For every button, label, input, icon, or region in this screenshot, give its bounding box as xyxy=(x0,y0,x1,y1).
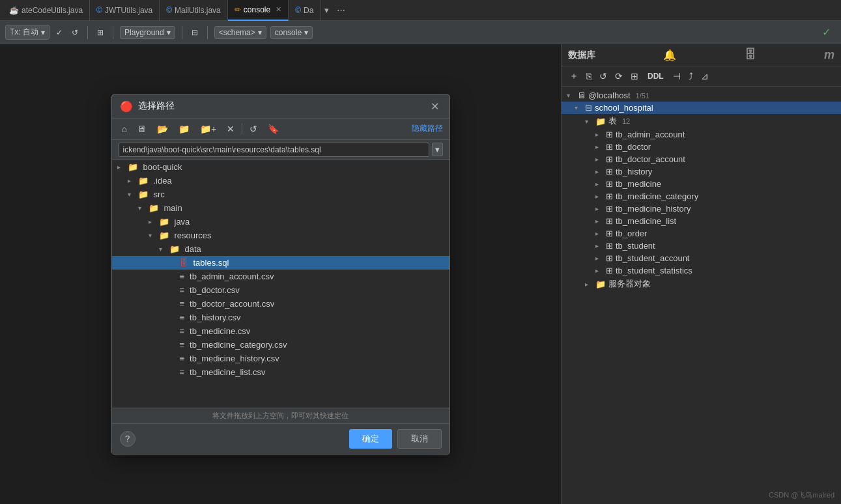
dialog-tree-item[interactable]: ≡tb_medicine_category.csv xyxy=(112,338,449,352)
tree-label: tb_medicine_list.csv xyxy=(190,367,265,377)
file-icon: ≡ xyxy=(180,285,185,295)
tree-label: tb_student_statistics xyxy=(616,266,692,275)
table-icon: ⊞ xyxy=(606,191,613,201)
computer-button[interactable]: 🖥 xyxy=(134,122,150,135)
path-dropdown-button[interactable]: ▾ xyxy=(432,143,443,156)
grid-button[interactable]: ⊞ xyxy=(94,27,106,38)
db-icon[interactable]: 🗄 xyxy=(745,48,756,62)
chevron-icon: ▾ xyxy=(149,232,156,239)
tree-label: tb_doctor xyxy=(616,142,651,152)
db-add-button[interactable]: ＋ xyxy=(567,69,581,83)
file-icon: ≡ xyxy=(180,340,185,350)
bookmark-button[interactable]: 🔖 xyxy=(264,122,282,135)
tree-item-tb-medicine[interactable]: ▸ ⊞ tb_medicine xyxy=(562,178,841,190)
folder-open-button[interactable]: 📂 xyxy=(154,122,171,135)
check-button[interactable]: ✓ xyxy=(53,27,65,38)
chevron-icon: ▸ xyxy=(595,217,603,225)
ddl-button[interactable]: DDL xyxy=(644,70,668,82)
help-button[interactable]: ? xyxy=(120,431,135,447)
delete-button[interactable]: ✕ xyxy=(223,122,238,135)
tree-item-server-objects[interactable]: ▸ 📁 服务器对象 xyxy=(562,277,841,291)
dialog-tree-item[interactable]: ▾📁src xyxy=(112,188,449,201)
db-filter-button[interactable]: ⊿ xyxy=(698,70,711,83)
dialog-tree-item[interactable]: 🗄tables.sql xyxy=(112,256,449,270)
tree-item-tb-admin-account[interactable]: ▸ ⊞ tb_admin_account xyxy=(562,128,841,141)
dialog-tree-item[interactable]: ≡tb_doctor.csv xyxy=(112,283,449,297)
tree-item-tb-medicine-history[interactable]: ▸ ⊞ tb_medicine_history xyxy=(562,203,841,215)
dialog-tree-item[interactable]: ≡tb_medicine_history.csv xyxy=(112,352,449,365)
editor-area: 🔴 选择路径 ✕ ⌂ 🖥 📂 📁 📁+ ✕ ↺ 🔖 隐藏路径 xyxy=(0,44,561,504)
dialog-tree-item[interactable]: ▾📁main xyxy=(112,201,449,215)
schema-select[interactable]: <schema> ▾ xyxy=(214,26,266,39)
toolbar-sep xyxy=(242,123,242,135)
dialog-tree-item[interactable]: ▾📁data xyxy=(112,242,449,256)
notification-icon[interactable]: 🔔 xyxy=(663,49,676,61)
db-copy-button[interactable]: ⎘ xyxy=(584,70,594,83)
dialog-tree-item[interactable]: ▸📁.idea xyxy=(112,174,449,188)
new-folder-button[interactable]: 📁+ xyxy=(197,122,220,135)
tree-item-tb-student[interactable]: ▸ ⊞ tb_student xyxy=(562,240,841,252)
home-button[interactable]: ⌂ xyxy=(119,122,130,135)
undo-button[interactable]: ↺ xyxy=(69,27,81,38)
dialog-tree-item[interactable]: ≡tb_medicine.csv xyxy=(112,324,449,338)
dialog-tree-item[interactable]: ▸📁boot-quick xyxy=(112,160,449,174)
db-panel-header: 数据库 🔔 🗄 m xyxy=(562,44,841,66)
folder-up-button[interactable]: 📁 xyxy=(175,122,193,135)
dialog-btn-group: 确定 取消 xyxy=(349,429,442,449)
tree-label-localhost: @localhost xyxy=(588,91,631,100)
dialog-tree-item[interactable]: ▸📁java xyxy=(112,215,449,229)
tree-item-tb-medicine-list[interactable]: ▸ ⊞ tb_medicine_list xyxy=(562,215,841,227)
tree-item-tb-history[interactable]: ▸ ⊞ tb_history xyxy=(562,165,841,178)
dialog-tree-item[interactable]: ≡tb_admin_account.csv xyxy=(112,270,449,283)
db-arrow-button[interactable]: ⤴ xyxy=(686,70,696,83)
hide-path-link[interactable]: 隐藏路径 xyxy=(412,123,443,134)
tree-item-school-hospital[interactable]: ▾ ⊟ school_hospital xyxy=(562,102,841,114)
dialog-titlebar: 🔴 选择路径 ✕ xyxy=(112,95,449,119)
tab-extra-button[interactable]: ⋯ xyxy=(333,5,349,15)
tree-item-tb-student-account[interactable]: ▸ ⊞ tb_student_account xyxy=(562,252,841,264)
tree-item-tb-student-statistics[interactable]: ▸ ⊞ tb_student_statistics xyxy=(562,264,841,277)
tab-console[interactable]: ✏ console ✕ xyxy=(228,0,289,21)
dialog-tree-item[interactable]: ▾📁resources xyxy=(112,229,449,242)
path-input[interactable] xyxy=(119,143,429,157)
tree-item-localhost[interactable]: ▾ 🖥 @localhost 1/51 xyxy=(562,89,841,102)
table-icon: ⊞ xyxy=(606,229,613,238)
dialog-close-button[interactable]: ✕ xyxy=(428,100,442,113)
tree-item-tables[interactable]: ▾ 📁 表 12 xyxy=(562,114,841,128)
playground-dropdown-icon: ▾ xyxy=(167,28,171,37)
tab-more-button[interactable]: ▾ xyxy=(321,5,333,15)
schema-dropdown-icon: ▾ xyxy=(258,28,262,37)
schema-label: <schema> xyxy=(219,28,255,37)
chevron-icon: ▾ xyxy=(138,204,146,212)
chevron-icon: ▸ xyxy=(595,180,603,188)
tree-item-tb-order[interactable]: ▸ ⊞ tb_order xyxy=(562,227,841,240)
playground-select[interactable]: Playground ▾ xyxy=(120,26,175,39)
tree-label: resources xyxy=(175,231,212,240)
tab-MailUtils[interactable]: © MailUtils.java xyxy=(160,0,228,21)
db-sync-button[interactable]: ⟳ xyxy=(612,70,625,83)
close-tab-icon[interactable]: ✕ xyxy=(276,5,281,14)
dialog-tree-item[interactable]: ≡tb_doctor_account.csv xyxy=(112,297,449,311)
tree-item-tb-doctor-account[interactable]: ▸ ⊞ tb_doctor_account xyxy=(562,153,841,165)
file-icon: ≡ xyxy=(180,299,185,309)
db-refresh-button[interactable]: ↺ xyxy=(597,70,610,83)
tab-Da[interactable]: © Da xyxy=(289,0,321,21)
tree-item-tb-medicine-category[interactable]: ▸ ⊞ tb_medicine_category xyxy=(562,190,841,203)
dialog-tree-item[interactable]: ≡tb_medicine_list.csv xyxy=(112,365,449,379)
refresh-button[interactable]: ↺ xyxy=(246,122,261,135)
tree-item-tb-doctor[interactable]: ▸ ⊞ tb_doctor xyxy=(562,141,841,153)
table-view-button[interactable]: ⊟ xyxy=(189,27,201,38)
cancel-button[interactable]: 取消 xyxy=(397,429,442,449)
tx-select[interactable]: Tx: 自动 ▾ xyxy=(5,25,50,40)
tab-JWTUtils[interactable]: © JWTUtils.java xyxy=(90,0,160,21)
chevron-icon: ▾ xyxy=(567,92,575,99)
tab-ateCodeUtils[interactable]: ☕ ateCodeUtils.java xyxy=(3,0,90,21)
ok-button[interactable]: 确定 xyxy=(349,429,392,449)
db-table-button[interactable]: ⊞ xyxy=(628,70,641,83)
dialog-tree-item[interactable]: ≡tb_history.csv xyxy=(112,311,449,324)
console-select[interactable]: console ▾ xyxy=(270,26,313,39)
tx-label: Tx: 自动 xyxy=(10,27,38,38)
file-icon: 📁 xyxy=(138,176,149,186)
db-split-button[interactable]: ⊣ xyxy=(670,70,683,83)
chevron-icon: ▸ xyxy=(149,218,156,225)
